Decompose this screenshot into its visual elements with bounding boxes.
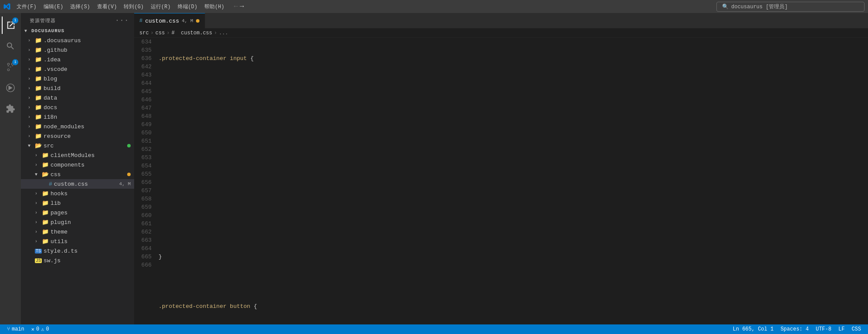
folder-icon: 📁 xyxy=(42,200,49,207)
breadcrumb-sep1: › xyxy=(151,30,154,36)
breadcrumb-css[interactable]: css xyxy=(155,30,165,36)
sidebar-item-sw-js[interactable]: › JS sw.js xyxy=(21,256,134,265)
menu-file[interactable]: 文件(F) xyxy=(13,2,40,11)
menu-run[interactable]: 运行(R) xyxy=(147,2,174,11)
sidebar-item-label: resource xyxy=(44,133,71,140)
breadcrumb-dots: ... xyxy=(219,30,228,36)
menu-bar: 文件(F) 编辑(E) 选择(S) 查看(V) 转到(G) 运行(R) 终端(D… xyxy=(13,2,228,11)
sidebar-item-data[interactable]: › 📁 data xyxy=(21,93,134,103)
sidebar-item-label: src xyxy=(44,143,54,149)
ts-file-icon: TS xyxy=(35,249,42,254)
folder-arrow: › xyxy=(28,96,35,100)
sidebar-item-components[interactable]: › 📁 components xyxy=(21,160,134,170)
folder-icon: 📁 xyxy=(35,85,42,92)
menu-terminal[interactable]: 终端(D) xyxy=(174,2,201,11)
sidebar-item-utils[interactable]: › 📁 utils xyxy=(21,237,134,246)
status-line-ending[interactable]: LF xyxy=(835,326,848,332)
sidebar-item-custom-css[interactable]: › # custom.css 4, M xyxy=(21,179,134,189)
sidebar-item-label: .idea xyxy=(44,57,61,63)
sidebar-item-i18n[interactable]: › 📁 i18n xyxy=(21,112,134,122)
extensions-activity-icon[interactable] xyxy=(2,100,19,117)
sidebar-item-label: style.d.ts xyxy=(44,248,78,254)
activity-bar: 1 1 xyxy=(0,13,21,324)
sidebar-item-node-modules[interactable]: › 📁 node_modules xyxy=(21,122,134,131)
folder-arrow: › xyxy=(28,124,35,129)
folder-icon: 📁 xyxy=(42,190,49,197)
menu-help[interactable]: 帮助(H) xyxy=(201,2,228,11)
tab-css-icon: # xyxy=(139,18,142,24)
folder-icon: 📂 xyxy=(35,142,42,149)
nav-arrows: ← → xyxy=(234,3,244,10)
folder-arrow: › xyxy=(28,115,35,120)
status-branch[interactable]: ⑂ main xyxy=(3,324,28,334)
folder-icon: 📁 xyxy=(35,56,42,63)
status-encoding[interactable]: UTF-8 xyxy=(812,326,835,332)
search-icon: 🔍 xyxy=(722,3,729,10)
nav-forward[interactable]: → xyxy=(240,3,244,10)
sidebar-item-resource[interactable]: › 📁 resource xyxy=(21,131,134,141)
folder-icon: 📁 xyxy=(42,219,49,226)
status-spaces[interactable]: Spaces: 4 xyxy=(777,326,812,332)
sidebar-item-build[interactable]: › 📁 build xyxy=(21,84,134,93)
spaces-text: Spaces: 4 xyxy=(780,326,809,332)
folder-icon: 📁 xyxy=(35,133,42,140)
folder-icon: 📁 xyxy=(42,152,49,159)
branch-icon: ⑂ xyxy=(7,326,10,332)
tab-dot xyxy=(196,19,199,23)
breadcrumb-sep2: › xyxy=(166,30,169,36)
sidebar-item-hooks[interactable]: › 📁 hooks xyxy=(21,189,134,198)
sidebar-item-client-modules[interactable]: › 📁 clientModules xyxy=(21,150,134,160)
source-control-activity-icon[interactable]: 1 xyxy=(2,58,19,76)
explorer-activity-icon[interactable]: 1 xyxy=(2,17,19,34)
status-line-col[interactable]: Ln 665, Col 1 xyxy=(730,326,777,332)
search-bar[interactable]: 🔍 docusaurus [管理员] xyxy=(716,2,865,12)
sidebar-root[interactable]: ▼ DOCUSAURUS xyxy=(21,26,134,36)
sidebar-item-pages[interactable]: › 📁 pages xyxy=(21,208,134,217)
sidebar-item-label: pages xyxy=(51,210,68,216)
tab-custom-css[interactable]: # custom.css 4, M xyxy=(134,13,205,28)
file-badge: 4, M xyxy=(119,181,131,187)
warning-icon: ⚠ xyxy=(41,326,44,333)
sidebar-item-theme[interactable]: › 📁 theme xyxy=(21,227,134,237)
menu-goto[interactable]: 转到(G) xyxy=(120,2,147,11)
sidebar-item-idea[interactable]: › 📁 .idea xyxy=(21,55,134,64)
sidebar: 资源管理器 ··· ▼ DOCUSAURUS › 📁 .docusaurus ›… xyxy=(21,13,134,324)
sidebar-item-css[interactable]: ▼ 📂 css xyxy=(21,170,134,179)
breadcrumb-src[interactable]: src xyxy=(139,30,149,36)
code-content[interactable]: .protected-container input { } .protecte… xyxy=(155,38,868,324)
folder-arrow: ▼ xyxy=(35,172,42,177)
nav-back[interactable]: ← xyxy=(234,3,238,10)
sidebar-item-docusaurus[interactable]: › 📁 .docusaurus xyxy=(21,36,134,45)
search-activity-icon[interactable] xyxy=(2,37,19,55)
css-file-icon: # xyxy=(49,181,52,187)
sidebar-item-blog[interactable]: › 📁 blog xyxy=(21,74,134,84)
menu-edit[interactable]: 编辑(E) xyxy=(40,2,67,11)
folder-arrow: › xyxy=(28,105,35,110)
sidebar-item-github[interactable]: › 📁 .github xyxy=(21,45,134,55)
breadcrumb-file[interactable]: # custom.css xyxy=(172,30,213,36)
tab-badge: 4, M xyxy=(182,18,193,23)
sidebar-more-icon[interactable]: ··· xyxy=(115,17,129,24)
folder-arrow: › xyxy=(28,134,35,139)
menu-view[interactable]: 查看(V) xyxy=(94,2,121,11)
sidebar-item-label: blog xyxy=(44,76,57,82)
sidebar-item-src[interactable]: ▼ 📂 src xyxy=(21,141,134,150)
status-language[interactable]: CSS xyxy=(848,326,865,332)
folder-arrow: › xyxy=(35,191,42,196)
sidebar-item-style-dts[interactable]: › TS style.d.ts xyxy=(21,246,134,256)
sidebar-item-vscode[interactable]: › 📁 .vscode xyxy=(21,64,134,74)
sidebar-header: 资源管理器 ··· xyxy=(21,13,134,26)
run-activity-icon[interactable] xyxy=(2,79,19,97)
sidebar-item-docs[interactable]: › 📁 docs xyxy=(21,103,134,112)
code-editor[interactable]: 634 635 636 642 643 644 645 646 647 648 … xyxy=(134,38,868,324)
line-numbers: 634 635 636 642 643 644 645 646 647 648 … xyxy=(134,38,155,324)
menu-select[interactable]: 选择(S) xyxy=(67,2,94,11)
sidebar-item-lib[interactable]: › 📁 lib xyxy=(21,198,134,208)
sidebar-item-plugin[interactable]: › 📁 plugin xyxy=(21,217,134,227)
status-errors[interactable]: ✕ 0 ⚠ 0 xyxy=(28,324,53,334)
sidebar-item-label: build xyxy=(44,85,61,92)
folder-arrow: › xyxy=(28,67,35,72)
js-file-icon: JS xyxy=(35,258,42,263)
folder-icon: 📁 xyxy=(35,104,42,111)
folder-icon: 📁 xyxy=(35,47,42,53)
